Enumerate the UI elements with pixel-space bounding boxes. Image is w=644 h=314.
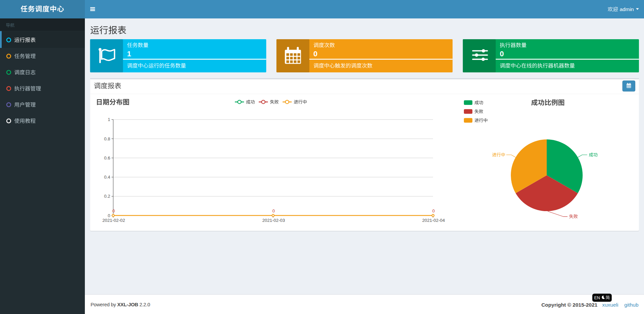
- svg-text:2021-02-02: 2021-02-02: [102, 218, 125, 223]
- svg-text:0: 0: [272, 208, 275, 213]
- svg-text:Powered by XXL-JOB 2.2.0: Powered by XXL-JOB 2.2.0: [91, 302, 150, 307]
- svg-text:0: 0: [108, 213, 110, 218]
- svg-text:1: 1: [108, 117, 110, 122]
- svg-text:0: 0: [313, 50, 317, 58]
- svg-text:Copyright © 2015-2021xuxueli: Copyright © 2015-2021xuxueli: [541, 302, 619, 308]
- svg-text:2021-02-03: 2021-02-03: [262, 218, 285, 223]
- svg-text:admin: admin: [620, 6, 634, 12]
- svg-text:0.6: 0.6: [104, 155, 110, 161]
- svg-text:0.4: 0.4: [104, 175, 110, 180]
- svg-text:0.8: 0.8: [104, 136, 110, 141]
- svg-text:2021-02-04: 2021-02-04: [422, 218, 445, 223]
- svg-text:0: 0: [432, 208, 435, 213]
- svg-text:0.2: 0.2: [104, 194, 110, 199]
- svg-text:github: github: [624, 302, 638, 308]
- svg-text:1: 1: [127, 50, 131, 58]
- svg-text:EN: EN: [594, 296, 600, 300]
- svg-text:0: 0: [500, 50, 504, 58]
- svg-text:0: 0: [112, 208, 115, 213]
